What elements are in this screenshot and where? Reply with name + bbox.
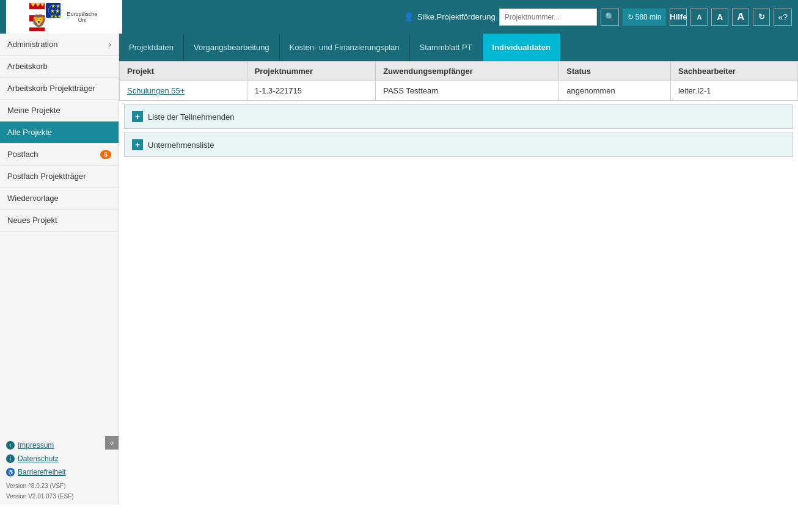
datenschutz-label: Datenschutz — [18, 454, 59, 463]
datenschutz-icon: i — [6, 454, 15, 463]
hilfe-button[interactable]: Hilfe — [670, 9, 687, 26]
app-header: 🦁 ★★★ ★★★★ ★★ Europäische Uni 👤 Silke.Pr… — [0, 0, 798, 34]
font-large-button[interactable]: A — [732, 9, 749, 26]
barrierefreiheit-link[interactable]: ♿ Barrierefreiheit — [6, 465, 112, 479]
font-large-label: A — [737, 11, 744, 23]
sidebar-nav: Administration›ArbeitskorbArbeitskorb Pr… — [0, 34, 119, 231]
font-small-label: A — [697, 13, 701, 21]
search-button[interactable]: 🔍 — [601, 9, 619, 26]
sidebar-item-label-postfach: Postfach — [7, 150, 38, 159]
svg-text:🦁: 🦁 — [31, 13, 46, 28]
search-input[interactable] — [499, 9, 597, 26]
impressum-icon: i — [6, 441, 15, 450]
sidebar-item-postfach-projekttraeger[interactable]: Postfach Projektträger — [0, 166, 119, 188]
sidebar: Administration›ArbeitskorbArbeitskorb Pr… — [0, 34, 119, 505]
col-header-projekt: Projekt — [120, 62, 247, 81]
table-cell-2: PASS Testteam — [376, 81, 559, 101]
main-content: ProjektdatenVorgangsbearbeitungKosten- u… — [119, 34, 798, 505]
sidebar-item-label-administration: Administration — [7, 40, 57, 49]
sidebar-item-label-neues-projekt: Neues Projekt — [7, 216, 57, 225]
main-layout: Administration›ArbeitskorbArbeitskorb Pr… — [0, 34, 798, 505]
logo-box: 🦁 ★★★ ★★★★ ★★ Europäische Uni — [6, 0, 122, 34]
back-icon: «? — [778, 12, 788, 22]
font-medium-label: A — [717, 12, 723, 22]
sidebar-item-administration[interactable]: Administration› — [0, 34, 119, 56]
sidebar-item-label-arbeitskorb-projekttraeger: Arbeitskorb Projektträger — [7, 84, 95, 93]
impressum-link[interactable]: i Impressum — [6, 439, 112, 452]
table-cell-3: angenommen — [559, 81, 671, 101]
section-liste-der-teilnehmenden[interactable]: +Liste der Teilnehmenden — [124, 104, 793, 129]
sidebar-item-neues-projekt[interactable]: Neues Projekt — [0, 210, 119, 231]
font-small-button[interactable]: A — [690, 9, 708, 26]
sidebar-item-arbeitskorb-projekttraeger[interactable]: Arbeitskorb Projektträger — [0, 78, 119, 100]
datenschutz-link[interactable]: i Datenschutz — [6, 452, 112, 465]
sidebar-footer: i Impressum i Datenschutz ♿ Barrierefrei… — [0, 434, 119, 505]
tab-bar: ProjektdatenVorgangsbearbeitungKosten- u… — [119, 34, 798, 61]
sidebar-badge-postfach: 6 — [100, 150, 111, 159]
svg-text:★★★★: ★★★★ — [50, 14, 62, 18]
tab-vorgangsbearbeitung[interactable]: Vorgangsbearbeitung — [184, 34, 280, 61]
sidebar-item-alle-projekte[interactable]: Alle Projekte — [0, 122, 119, 144]
refresh-icon: ↻ — [758, 12, 765, 21]
chevron-icon-administration: › — [109, 40, 111, 49]
header-left: 🦁 ★★★ ★★★★ ★★ Europäische Uni — [6, 0, 122, 34]
sidebar-item-meine-projekte[interactable]: Meine Projekte — [0, 100, 119, 122]
timer-label: 588 min — [635, 13, 662, 21]
barrierefreiheit-icon: ♿ — [6, 468, 15, 476]
section-label-liste-der-teilnehmenden: Liste der Teilnehmenden — [148, 112, 234, 122]
version1-label: Version ^8.0.23 (VSF) — [6, 483, 112, 489]
table-cell-4: leiter.I2-1 — [670, 81, 797, 101]
barrierefreiheit-label: Barrierefreiheit — [18, 468, 66, 476]
sidebar-item-label-alle-projekte: Alle Projekte — [7, 128, 52, 137]
sections-container: +Liste der Teilnehmenden+Unternehmenslis… — [119, 104, 798, 157]
col-header-projektnummer: Projektnummer — [247, 62, 375, 81]
back-button[interactable]: «? — [774, 9, 792, 26]
timer-icon: ↻ — [628, 13, 634, 21]
sidebar-item-wiedervorlage[interactable]: Wiedervorlage — [0, 188, 119, 210]
tab-individualdaten[interactable]: Individualdaten — [483, 34, 561, 61]
timer-button[interactable]: ↻ 588 min — [623, 9, 667, 26]
sidebar-item-postfach[interactable]: Postfach6 — [0, 144, 119, 166]
tab-stammblatt[interactable]: Stammblatt PT — [410, 34, 483, 61]
username-label: Silke.Projektförderung — [417, 12, 496, 21]
svg-rect-6 — [29, 27, 45, 31]
sidebar-item-arbeitskorb[interactable]: Arbeitskorb — [0, 56, 119, 78]
font-medium-button[interactable]: A — [711, 9, 728, 26]
tab-projektdaten[interactable]: Projektdaten — [119, 34, 184, 61]
eu-logo-text: Europäische Uni — [64, 11, 101, 23]
refresh-button[interactable]: ↻ — [753, 9, 770, 26]
sidebar-item-label-arbeitskorb: Arbeitskorb — [7, 62, 48, 71]
table-row: Schulungen 55+1-1.3-221715PASS Testteama… — [120, 81, 798, 101]
impressum-label: Impressum — [18, 441, 54, 450]
section-unternehmensliste[interactable]: +Unternehmensliste — [124, 133, 793, 157]
svg-text:★★: ★★ — [51, 3, 60, 9]
version2-label: Version V2.01.073 (ESF) — [6, 493, 112, 500]
table-cell-1: 1-1.3-221715 — [247, 81, 375, 101]
col-header-status: Status — [559, 62, 671, 81]
sidebar-item-label-postfach-projekttraeger: Postfach Projektträger — [7, 172, 86, 181]
sidebar-item-label-meine-projekte: Meine Projekte — [7, 106, 60, 115]
col-header-zuwendungsempfänger: Zuwendungsempfänger — [376, 62, 559, 81]
hilfe-label: Hilfe — [670, 12, 687, 21]
bavarian-logo: 🦁 ★★★ ★★★★ ★★ — [28, 2, 62, 32]
expand-icon-liste-der-teilnehmenden: + — [132, 111, 143, 122]
project-info-table: ProjektProjektnummerZuwendungsempfängerS… — [119, 61, 798, 101]
table-cell-0[interactable]: Schulungen 55+ — [120, 81, 247, 101]
sidebar-item-label-wiedervorlage: Wiedervorlage — [7, 194, 59, 203]
section-label-unternehmensliste: Unternehmensliste — [148, 140, 214, 150]
header-right: 👤 Silke.Projektförderung 🔍 ↻ 588 min Hil… — [404, 9, 792, 26]
col-header-sachbearbeiter: Sachbearbeiter — [670, 62, 797, 81]
expand-icon-unternehmensliste: + — [132, 139, 143, 150]
tab-kosten[interactable]: Kosten- und Finanzierungsplan — [280, 34, 410, 61]
user-icon: 👤 — [404, 12, 414, 21]
